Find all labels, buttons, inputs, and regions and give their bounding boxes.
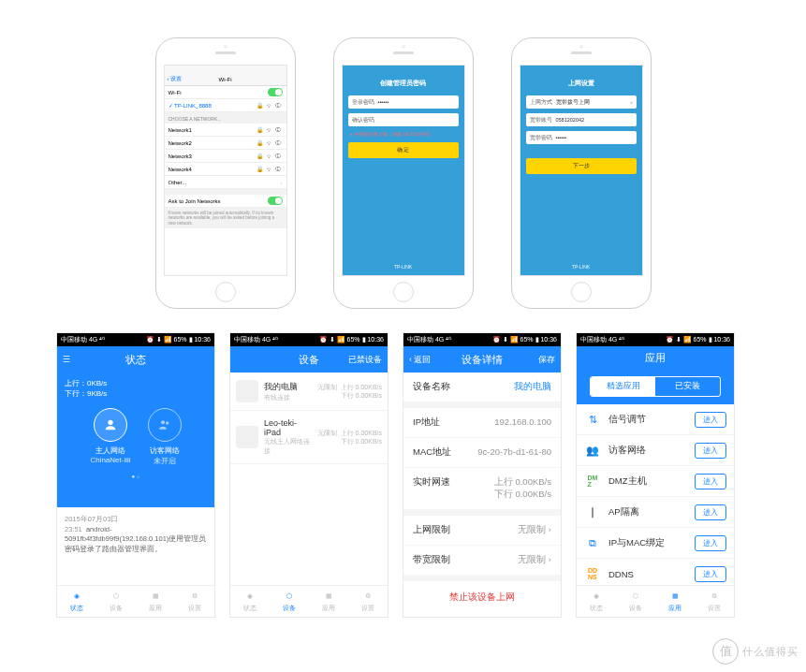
enter-button[interactable]: 进入	[695, 474, 726, 489]
next-button[interactable]: 下一步	[526, 158, 637, 174]
tab-apps[interactable]: ▦应用	[309, 586, 348, 617]
back-button[interactable]: ‹ 返回	[409, 354, 431, 366]
confirm-password-field[interactable]: 确认密码	[348, 113, 459, 126]
ios-nav-bar: ‹ 设置 Wi-Fi	[165, 73, 286, 86]
error-icon: ●	[350, 131, 353, 137]
app-item: 👥访客网络进入	[577, 435, 734, 466]
download-speed: 下行：9KB/s	[65, 388, 207, 399]
enter-button[interactable]: 进入	[695, 504, 726, 520]
account-field[interactable]: 宽带账号0581202042	[526, 113, 637, 126]
android-status-bar: 中国移动 4G ⁴ᴳ⏰ ⬇ 📶 65% ▮ 10:36	[57, 333, 214, 346]
wizard-title: 创建管理员密码	[343, 73, 464, 95]
svg-point-2	[166, 422, 169, 425]
host-network-card[interactable]: 主人网络 ChinaNet-iiii	[90, 408, 130, 466]
confirm-button[interactable]: 确 定	[348, 142, 459, 158]
android-status-bar: 中国移动 4G ⁴ᴳ⏰ ⬇ 📶 65% ▮ 10:36	[403, 333, 561, 346]
back-button[interactable]: ‹ 设置	[168, 75, 183, 83]
enter-button[interactable]: 进入	[695, 535, 726, 551]
wifi-other-row[interactable]: Other...›	[165, 176, 286, 189]
device-name-row[interactable]: 设备名称我的电脑	[403, 373, 561, 402]
app-status-screen: 中国移动 4G ⁴ᴳ⏰ ⬇ 📶 65% ▮ 10:36 ☰ 状态 上行：0KB/…	[56, 332, 215, 618]
bandwidth-limit-row[interactable]: 带宽限制无限制 ›	[403, 546, 561, 576]
save-button[interactable]: 保存	[538, 354, 555, 366]
ddns-icon: DDNS	[584, 565, 601, 582]
enter-button[interactable]: 进入	[695, 443, 726, 459]
app-header: 设备 已禁设备	[230, 346, 388, 373]
devices-icon: ⬡	[110, 590, 123, 603]
ask-to-join-row[interactable]: Ask to Join Networks	[165, 195, 286, 208]
brand-footer: TP-LINK	[520, 258, 642, 275]
enter-button[interactable]: 进入	[695, 412, 726, 428]
android-status-bar: 中国移动 4G ⁴ᴳ⏰ ⬇ 📶 65% ▮ 10:36	[577, 333, 734, 346]
wifi-network-row[interactable]: Network4🔒 ᯤ ⓘ	[165, 163, 286, 176]
header-title: 应用	[645, 351, 666, 365]
bottom-tabs: ◉状态 ⬡设备 ▦应用 ⚙设置	[57, 585, 214, 617]
guest-network-card[interactable]: 访客网络 未开启	[148, 408, 182, 466]
nav-title: Wi-Fi	[219, 77, 232, 82]
wan-password-field[interactable]: 宽带密码••••••	[526, 131, 637, 144]
wifi-network-row[interactable]: Network2🔒 ᯤ ⓘ	[165, 137, 286, 150]
segment-installed[interactable]: 已安装	[655, 377, 720, 396]
iphone-wifi-settings: ‹ 设置 Wi-Fi Wi-Fi ✓ TP-LINK_8888 🔒 ᯤ ⓘ CH…	[155, 37, 296, 309]
ban-device-button[interactable]: 禁止该设备上网	[403, 581, 561, 613]
tab-devices[interactable]: ⬡设备	[270, 586, 309, 617]
apple-icon	[236, 380, 258, 402]
wifi-icon: 🔒 ᯤ ⓘ	[256, 102, 282, 109]
bottom-tabs: ◉状态 ⬡设备 ▦应用 ⚙设置	[577, 585, 734, 617]
wifi-toggle-on[interactable]	[268, 88, 283, 96]
tab-devices[interactable]: ⬡设备	[616, 586, 655, 617]
tab-settings[interactable]: ⚙设置	[175, 586, 214, 617]
log-entry: 2015年07月03日 23:51 android-5091fb4f3fdb99…	[57, 507, 214, 562]
tab-status[interactable]: ◉状态	[230, 586, 270, 617]
wifi-connected-row[interactable]: ✓ TP-LINK_8888 🔒 ᯤ ⓘ	[165, 99, 286, 112]
apple-icon	[236, 426, 258, 448]
watermark: 值 什么值得买	[712, 638, 799, 665]
settings-icon: ⚙	[188, 590, 201, 603]
tab-devices[interactable]: ⬡设备	[96, 586, 136, 617]
apps-icon: ▦	[149, 590, 162, 603]
mac-row: MAC地址9c-20-7b-d1-61-80	[403, 438, 561, 468]
android-status-bar: 中国移动 4G ⁴ᴳ⏰ ⬇ 📶 65% ▮ 10:36	[230, 333, 388, 346]
app-item: DMZDMZ主机进入	[577, 466, 734, 497]
guest-icon: 👥	[584, 442, 601, 459]
segment-control[interactable]: 精选应用 已安装	[590, 376, 721, 397]
wan-type-field[interactable]: 上网方式宽带拨号上网▾	[526, 95, 637, 109]
speed-row: 实时网速上行 0.00KB/s 下行 0.00KB/s	[403, 468, 561, 510]
app-devices-screen: 中国移动 4G ⁴ᴳ⏰ ⬇ 📶 65% ▮ 10:36 设备 已禁设备 我的电脑…	[229, 332, 388, 618]
menu-icon[interactable]: ☰	[63, 355, 70, 364]
tab-status[interactable]: ◉状态	[57, 586, 96, 617]
app-header: 应用	[577, 346, 734, 369]
ip-row: IP地址192.168.0.100	[403, 408, 561, 438]
tab-settings[interactable]: ⚙设置	[695, 586, 734, 617]
iphone-create-password: 创建管理员密码 登录密码•••••• 确认密码 ●密码安全度太低，请输入6-15…	[333, 37, 474, 309]
page-dots: ● ○	[65, 466, 207, 479]
ask-toggle-on[interactable]	[268, 197, 283, 205]
wifi-toggle-row[interactable]: Wi-Fi	[165, 86, 286, 99]
tab-apps[interactable]: ▦应用	[655, 586, 695, 617]
bottom-tabs: ◉状态 ⬡设备 ▦应用 ⚙设置	[230, 585, 388, 617]
choose-network-header: CHOOSE A NETWORK...	[165, 112, 286, 124]
header-title: 设备详情	[462, 353, 503, 367]
enter-button[interactable]: 进入	[695, 566, 726, 582]
tab-settings[interactable]: ⚙设置	[348, 586, 388, 617]
app-apps-screen: 中国移动 4G ⁴ᴳ⏰ ⬇ 📶 65% ▮ 10:36 应用 精选应用 已安装 …	[576, 332, 735, 618]
home-button[interactable]	[571, 282, 592, 302]
device-item[interactable]: Leo-teki-iPad 无线主人网络连接 无限制 上行 0.00KB/s下行…	[230, 411, 388, 464]
home-button[interactable]	[215, 282, 236, 302]
password-field[interactable]: 登录密码••••••	[348, 95, 459, 109]
upload-speed: 上行：0KB/s	[65, 378, 207, 388]
internet-limit-row[interactable]: 上网限制无限制 ›	[403, 516, 561, 546]
status-icon: ◉	[70, 590, 83, 603]
app-header: ‹ 返回 设备详情 保存	[403, 346, 561, 373]
iphone-wan-setup: 上网设置 上网方式宽带拨号上网▾ 宽带账号0581202042 宽带密码••••…	[511, 37, 652, 309]
segment-featured[interactable]: 精选应用	[591, 377, 655, 396]
home-button[interactable]	[393, 282, 414, 302]
wifi-network-row[interactable]: Network3🔒 ᯤ ⓘ	[165, 150, 286, 163]
tab-apps[interactable]: ▦应用	[136, 586, 175, 617]
device-item[interactable]: 我的电脑 有线连接 无限制 上行 0.00KB/s下行 0.00KB/s	[230, 373, 388, 411]
error-message: ●密码安全度太低，请输入6-15位密码	[348, 131, 459, 142]
signal-icon: ⇅	[584, 411, 601, 428]
banned-devices-button[interactable]: 已禁设备	[348, 354, 382, 366]
wifi-network-row[interactable]: Network1🔒 ᯤ ⓘ	[165, 124, 286, 137]
tab-status[interactable]: ◉状态	[577, 586, 616, 617]
